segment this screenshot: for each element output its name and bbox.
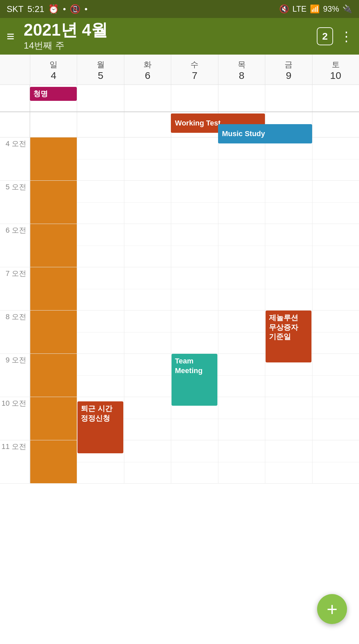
- time-cell-0-6: [312, 137, 359, 180]
- day-num-1: 5: [77, 70, 124, 81]
- time-cell-3-5: [265, 267, 312, 310]
- add-event-fab[interactable]: +: [317, 594, 347, 624]
- sunday-allday-event[interactable]: [30, 137, 77, 180]
- time-grid: 4 오전5 오전6 오전7 오전8 오전9 오전10 오전11 오전제놀루션무상…: [0, 137, 359, 484]
- today-button[interactable]: 2: [317, 27, 333, 45]
- time-cell-2-6: [312, 224, 359, 267]
- mute-icon: 🔇: [279, 4, 289, 14]
- day-col-header-0: 일 4: [30, 55, 77, 85]
- time-cell-0-1: [77, 137, 124, 180]
- day-num-0: 4: [30, 70, 77, 81]
- allday-event-0[interactable]: 청명: [30, 87, 77, 101]
- allday-row: 청명: [0, 85, 359, 112]
- day-name-1: 월: [77, 59, 124, 70]
- sunday-allday-event[interactable]: [30, 354, 77, 397]
- time-row-cells-3: [30, 267, 359, 310]
- sunday-allday-event[interactable]: [30, 311, 77, 353]
- day-name-6: 토: [312, 59, 359, 70]
- time-label-1: 5 오전: [0, 181, 30, 224]
- time-cell-1-4: [218, 181, 265, 224]
- time-row-3: 7 오전: [0, 267, 359, 311]
- day-col-header-4: 목 8: [218, 55, 265, 85]
- alarm-icon: ⏰: [48, 4, 59, 14]
- header-actions: 2 ⋮: [317, 27, 352, 45]
- day-num-3: 7: [171, 70, 218, 81]
- sunday-allday-event[interactable]: [30, 397, 77, 440]
- time-row-cells-2: [30, 224, 359, 267]
- time-cell-2-4: [218, 224, 265, 267]
- time-row-cells-0: [30, 137, 359, 180]
- multiday-cell-2: [124, 112, 171, 137]
- time-cell-5-1: [77, 354, 124, 397]
- multiday-cell-6: [312, 112, 359, 137]
- status-right: 🔇 LTE 📶 93% 🔌: [279, 4, 352, 14]
- allday-cell-1: [77, 85, 124, 111]
- allday-cells: 청명: [30, 85, 359, 111]
- day-col-header-1: 월 5: [77, 55, 124, 85]
- menu-button[interactable]: ≡: [7, 30, 14, 43]
- status-bar: SKT 5:21 ⏰ • 📵 • 🔇 LTE 📶 93% 🔌: [0, 0, 359, 18]
- sunday-allday-event[interactable]: [30, 440, 77, 483]
- day-name-5: 금: [265, 59, 312, 70]
- day-name-3: 수: [171, 59, 218, 70]
- time-cell-2-0: [30, 224, 77, 267]
- sunday-allday-event[interactable]: [30, 224, 77, 267]
- sunday-allday-event[interactable]: [30, 181, 77, 224]
- time-row-cells-1: [30, 181, 359, 224]
- multiday-cells: Working TestMusic Study: [30, 112, 359, 137]
- header-title-block: 2021년 4월 14번째 주: [24, 21, 317, 52]
- battery-icon: 🔌: [342, 4, 352, 14]
- time-cell-4-1: [77, 311, 124, 353]
- sunday-allday-event[interactable]: [30, 267, 77, 310]
- time-cell-3-3: [171, 267, 218, 310]
- time-cell-4-0: [30, 311, 77, 353]
- time-cell-7-0: [30, 440, 77, 483]
- time-label-7: 11 오전: [0, 440, 30, 483]
- calendar-container: 일 4월 5화 6수 7목 8금 9토 10 청명: [0, 55, 359, 484]
- more-button[interactable]: ⋮: [340, 29, 352, 44]
- timed-event-1[interactable]: TeamMeeting: [172, 354, 217, 406]
- allday-cell-3: [171, 85, 218, 111]
- time-cell-0-4: [218, 137, 265, 180]
- day-num-5: 9: [265, 70, 312, 81]
- time-cell-0-3: [171, 137, 218, 180]
- time-row-0: 4 오전: [0, 137, 359, 181]
- time-cell-5-6: [312, 354, 359, 397]
- day-col-header-5: 금 9: [265, 55, 312, 85]
- week-subtitle: 14번째 주: [24, 39, 317, 52]
- allday-cell-4: [218, 85, 265, 111]
- day-num-4: 8: [218, 70, 265, 81]
- time-cell-2-1: [77, 224, 124, 267]
- time-label-4: 8 오전: [0, 311, 30, 353]
- time-cell-7-6: [312, 440, 359, 483]
- time-cell-2-3: [171, 224, 218, 267]
- allday-cell-2: [124, 85, 171, 111]
- time-cell-3-6: [312, 267, 359, 310]
- day-name-2: 화: [124, 59, 171, 70]
- day-col-header-3: 수 7: [171, 55, 218, 85]
- time-cell-7-3: [171, 440, 218, 483]
- fab-plus-icon: +: [327, 598, 338, 620]
- day-col-header-6: 토 10: [312, 55, 359, 85]
- timed-event-0[interactable]: 제놀루션무상증자기준일: [266, 311, 311, 362]
- time-cell-5-0: [30, 354, 77, 397]
- day-name-4: 목: [218, 59, 265, 70]
- time-cell-1-5: [265, 181, 312, 224]
- allday-cell-5: [265, 85, 312, 111]
- time-cell-1-6: [312, 181, 359, 224]
- dot-icon: •: [84, 4, 87, 14]
- day-num-6: 10: [312, 70, 359, 81]
- status-left: SKT 5:21 ⏰ • 📵 •: [7, 4, 87, 14]
- time-label-2: 6 오전: [0, 224, 30, 267]
- time-cell-4-6: [312, 311, 359, 353]
- time-cell-4-4: [218, 311, 265, 353]
- allday-cell-6: [312, 85, 359, 111]
- lte-label: LTE: [293, 4, 306, 14]
- time-cell-3-2: [124, 267, 171, 310]
- time-label-5: 9 오전: [0, 354, 30, 397]
- day-name-0: 일: [30, 59, 77, 70]
- time-cell-0-5: [265, 137, 312, 180]
- multiday-event-1[interactable]: Music Study: [218, 124, 312, 143]
- timed-event-2[interactable]: 퇴근 시간정정신청: [77, 401, 123, 453]
- time-cell-5-2: [124, 354, 171, 397]
